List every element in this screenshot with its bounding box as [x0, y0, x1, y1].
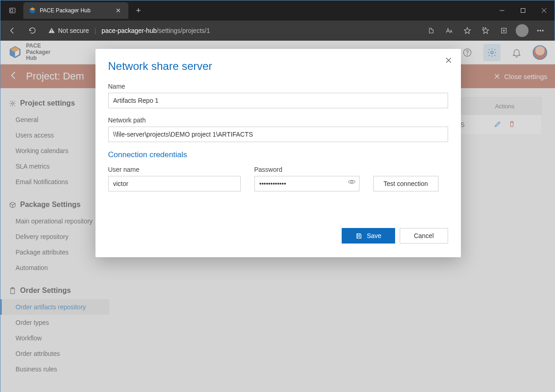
cancel-button[interactable]: Cancel	[400, 228, 448, 244]
app-root: PACE Packager Hub Project: Dem Close set…	[0, 41, 555, 392]
save-button[interactable]: Save	[342, 228, 395, 244]
close-icon	[444, 56, 453, 64]
show-password-icon[interactable]	[348, 178, 356, 188]
not-secure-badge: Not secure	[48, 27, 89, 34]
url-text: pace-packager-hub/settings/projects/1	[101, 27, 210, 34]
password-input[interactable]	[254, 176, 359, 191]
cube-icon	[29, 7, 36, 14]
svg-point-13	[538, 30, 539, 31]
window-close-button[interactable]	[534, 0, 555, 21]
svg-rect-3	[521, 9, 525, 13]
username-label: User name	[108, 166, 241, 173]
new-tab-button[interactable]: +	[131, 3, 146, 18]
favorites-bar-icon[interactable]	[478, 23, 493, 38]
tab-title: PACE Packager Hub	[40, 7, 110, 14]
svg-point-7	[51, 32, 52, 32]
modal-overlay: Network share server Name Network path C…	[0, 41, 555, 392]
text-size-icon[interactable]	[441, 23, 457, 38]
not-secure-label: Not secure	[58, 27, 89, 34]
address-bar[interactable]: Not secure | pace-packager-hub/settings/…	[44, 27, 419, 34]
profile-icon[interactable]	[514, 23, 530, 38]
back-button[interactable]	[4, 22, 21, 39]
svg-point-15	[542, 30, 543, 31]
network-path-input[interactable]	[108, 127, 448, 142]
svg-point-14	[540, 30, 541, 31]
refresh-button[interactable]	[24, 22, 41, 39]
path-label: Network path	[108, 117, 448, 124]
credentials-heading: Connection credentials	[108, 150, 448, 159]
browser-toolbar: Not secure | pace-packager-hub/settings/…	[0, 21, 555, 41]
username-input[interactable]	[108, 176, 241, 191]
close-icon[interactable]: ✕	[114, 7, 123, 14]
browser-tab[interactable]: PACE Packager Hub ✕	[23, 2, 128, 19]
save-icon	[355, 233, 362, 239]
svg-rect-28	[358, 236, 360, 238]
modal-title: Network share server	[108, 60, 448, 73]
svg-rect-27	[358, 233, 360, 235]
network-share-modal: Network share server Name Network path C…	[95, 49, 461, 257]
collections-icon[interactable]	[496, 23, 512, 38]
more-icon[interactable]	[533, 23, 548, 38]
browser-titlebar: PACE Packager Hub ✕ +	[0, 0, 555, 21]
password-label: Password	[254, 166, 359, 173]
name-label: Name	[108, 83, 448, 90]
read-aloud-icon[interactable]	[423, 23, 439, 38]
svg-rect-1	[11, 9, 13, 12]
name-input[interactable]	[108, 93, 448, 108]
minimize-button[interactable]	[492, 0, 513, 21]
test-connection-button[interactable]: Test connection	[373, 176, 439, 191]
tab-overview-button[interactable]	[4, 2, 21, 19]
maximize-button[interactable]	[513, 0, 534, 21]
modal-close-button[interactable]	[444, 56, 453, 66]
svg-point-26	[350, 181, 353, 183]
favorites-icon[interactable]	[460, 23, 475, 38]
